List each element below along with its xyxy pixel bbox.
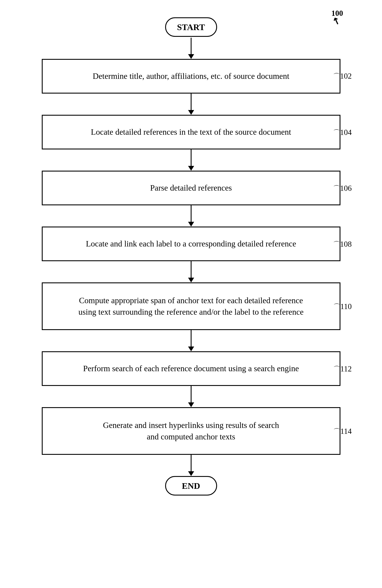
step-114-box: Generate and insert hyperlinks using res… [42,407,341,455]
arrowhead-8 [188,471,194,476]
arrow-4 [191,205,192,223]
step-110-box: Compute appropriate span of anchor text … [42,282,341,330]
arrowhead-5 [188,278,194,282]
step-104-box: Locate detailed references in the text o… [42,115,341,149]
step-108-label: ⌒108 [333,240,352,249]
arrowhead-7 [188,402,194,407]
step-102-box: Determine title, author, affiliations, e… [42,59,341,94]
arrowhead-1 [188,54,194,59]
arrow-5 [191,261,192,278]
end-node: END [165,476,217,496]
arrow-6 [191,330,192,347]
step-114-label: ⌒114 [333,427,352,436]
arrowhead-2 [188,110,194,115]
arrowhead-3 [188,166,194,171]
step-110-label: ⌒110 [333,302,352,312]
arrowhead-4 [188,222,194,227]
flowchart-diagram: 100 ↙ START Determine title, author, aff… [0,0,382,588]
step-102-label: ⌒102 [333,71,352,81]
step-112-label: ⌒112 [333,364,352,374]
arrow-1 [191,38,192,55]
start-node: START [165,17,217,37]
step-104-label: ⌒104 [333,128,352,138]
arrowhead-6 [188,347,194,351]
step-112-box: Perform search of each reference documen… [42,351,341,386]
arrow-8 [191,455,192,472]
arrow-3 [191,149,192,167]
step-106-box: Parse detailed references [42,171,341,205]
arrow-7 [191,386,192,403]
step-106-label: ⌒106 [333,184,352,193]
arrow-2 [191,94,192,111]
step-108-box: Locate and link each label to a correspo… [42,227,341,261]
